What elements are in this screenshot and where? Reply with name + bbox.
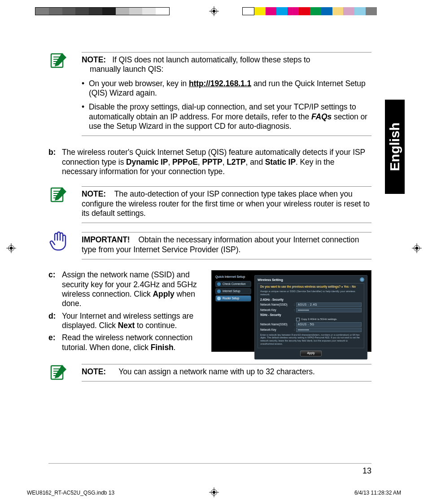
page-number-area: 13 bbox=[48, 463, 371, 476]
step-b: b: The wireless router's Quick Internet … bbox=[48, 148, 371, 176]
important-label: IMPORTANT! bbox=[82, 235, 130, 244]
key-24-input: ••••••••• bbox=[296, 308, 362, 312]
qis-step-internet: Internet Setup bbox=[215, 288, 251, 294]
key-5-input: ••••••••• bbox=[296, 328, 362, 332]
apply-button: Apply bbox=[300, 351, 322, 356]
language-tab: English bbox=[385, 100, 405, 194]
registration-mark-icon bbox=[6, 243, 16, 253]
page-number: 13 bbox=[362, 466, 371, 475]
step-d: d: Your Internet and wireless settings a… bbox=[48, 311, 203, 331]
help-icon bbox=[360, 277, 364, 282]
step-c: c: Assign the network name (SSID) and se… bbox=[48, 270, 203, 308]
qis-step-router: Router Setup bbox=[215, 295, 251, 302]
qis-header: Quick Internet Setup bbox=[215, 275, 251, 279]
note1-text-b: manually launch QIS: bbox=[90, 65, 163, 74]
security-question: Do you want to use the previous wireless… bbox=[260, 285, 362, 289]
router-url: http://192.168.1.1 bbox=[189, 79, 251, 88]
registration-mark-icon bbox=[412, 243, 422, 253]
note3-text: You can assign a network name with up to… bbox=[117, 367, 315, 376]
wireless-setting-title: Wireless Setting bbox=[258, 278, 283, 282]
language-label: English bbox=[387, 123, 402, 171]
note-label: NOTE: bbox=[82, 189, 106, 198]
registration-mark-icon bbox=[209, 487, 219, 497]
note1-bullet-1: • On your web browser, key in http://192… bbox=[82, 79, 371, 98]
ssid-24-input: ASUS - 2.4G bbox=[296, 302, 362, 307]
note-icon bbox=[48, 362, 74, 384]
footer-filename: WEU8162_RT-AC52U_QSG.indb 13 bbox=[27, 490, 114, 496]
registration-mark-icon bbox=[209, 6, 219, 16]
note-label: NOTE: bbox=[82, 55, 106, 64]
qis-step-check: Check Connection bbox=[215, 281, 251, 287]
ssid-desc: Assign a unique name or SSID (Service Se… bbox=[260, 290, 362, 297]
note-icon bbox=[48, 184, 74, 226]
note-block-1: NOTE: If QIS does not launch automatical… bbox=[48, 50, 371, 139]
step-e: e: Read the wireless network connection … bbox=[48, 333, 203, 352]
note-block-3: NOTE: You can assign a network name with… bbox=[48, 362, 371, 384]
footer-timestamp: 6/4/13 11:28:32 AM bbox=[354, 490, 401, 496]
content-area: NOTE: If QIS does not launch automatical… bbox=[48, 50, 371, 389]
note2-text: The auto-detection of your ISP connectio… bbox=[82, 189, 370, 218]
ssid-5-input: ASUS - 5G bbox=[296, 322, 362, 327]
note-block-2: NOTE: The auto-detection of your ISP con… bbox=[48, 184, 371, 226]
step-b-label: b: bbox=[48, 148, 58, 176]
important-block: IMPORTANT! Obtain the necessary informat… bbox=[48, 230, 371, 262]
grayscale-bar bbox=[35, 7, 170, 15]
note1-text-a: If QIS does not launch automatically, fo… bbox=[112, 55, 310, 64]
note1-bullet-2: • Disable the proxy settings, dial-up co… bbox=[82, 102, 371, 131]
steps-and-screenshot: c: Assign the network name (SSID) and se… bbox=[48, 270, 371, 352]
key-note: Enter a network key between 8 and 63 cha… bbox=[260, 333, 362, 346]
page: English NOTE: If QIS does not laun bbox=[0, 0, 428, 504]
hand-stop-icon bbox=[48, 230, 74, 262]
note-label: NOTE: bbox=[82, 367, 106, 376]
color-bar bbox=[242, 7, 377, 15]
note-icon bbox=[48, 50, 74, 139]
router-screenshot: Quick Internet Setup Check Connection In… bbox=[211, 270, 371, 352]
